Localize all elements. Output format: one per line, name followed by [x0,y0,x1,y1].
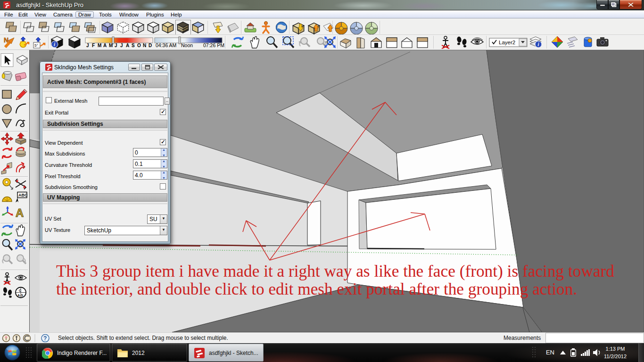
svg-text:N: N [143,43,146,48]
svg-text:A: A [103,43,107,48]
svg-text:A: A [16,206,24,219]
svg-text:04:36 AM: 04:36 AM [156,42,176,48]
svg-text:i: i [538,42,539,47]
svg-text:A: A [126,43,129,48]
svg-text:C: C [19,289,21,292]
svg-text:Noon: Noon [181,42,193,48]
svg-text:i: i [54,42,55,47]
svg-text:A-S: A-S [17,294,23,297]
svg-text:Layer2: Layer2 [499,40,515,45]
svg-text:F: F [92,43,95,48]
svg-text:M: M [109,43,113,48]
svg-text:5°: 5° [34,43,38,48]
svg-text:J: J [115,43,117,48]
svg-text:O: O [137,43,141,48]
svg-text:J: J [120,43,123,48]
svg-text:D: D [149,43,152,48]
svg-text:M: M [98,43,101,48]
svg-text:J: J [86,43,89,48]
svg-text:?: ? [43,335,47,342]
svg-text:ABC: ABC [18,193,28,197]
svg-text:S: S [132,43,135,48]
svg-text:07:26 PM: 07:26 PM [203,42,224,48]
